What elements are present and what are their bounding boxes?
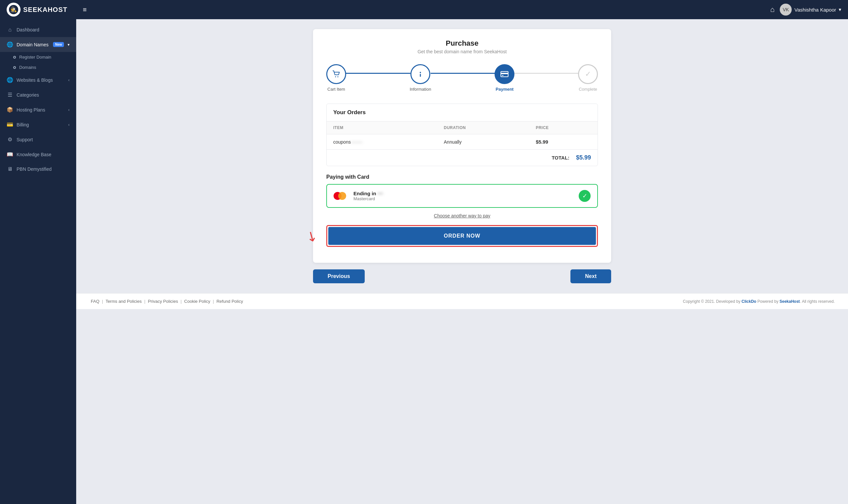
sidebar-sub-domain-names: Register Domain Domains [0,52,76,72]
dot-icon [13,56,16,58]
sidebar-item-hosting-plans[interactable]: 📦 Hosting Plans ‹ [0,102,76,117]
choose-another-link[interactable]: Choose another way to pay [326,213,598,218]
sidebar-item-websites-blogs[interactable]: 🌐 Websites & Blogs ‹ [0,72,76,87]
sidebar-item-register-domain[interactable]: Register Domain [13,52,76,62]
previous-button[interactable]: Previous [313,269,365,283]
categories-icon: ☰ [6,92,13,98]
sidebar-item-pbn-demystified[interactable]: 🖥 PBN Demystified [0,162,76,176]
card-details: Ending in ···· Mastercard [353,191,573,201]
footer-cookie-link[interactable]: Cookie Policy [184,299,210,304]
sidebar-item-label: Domains [19,65,36,70]
order-now-container: ↘ ORDER NOW [326,225,598,247]
footer-sep: | [102,299,104,304]
step-cart-circle [326,64,346,84]
sidebar: ⌂ Dashboard 🌐 Domain Names New ▾ Registe… [0,19,76,504]
svg-rect-7 [501,73,508,74]
topbar-right: ⌂ VK Vashishtha Kapoor ▾ [770,4,842,16]
purchase-card: Purchase Get the best domain name from S… [313,29,611,263]
ending-label: Ending in [353,191,378,196]
order-item: coupons········· [327,134,437,149]
svg-text:🕵: 🕵 [10,6,17,13]
step-line-3 [514,73,579,74]
total-cell: TOTAL: $5.99 [327,149,598,166]
orders-title: Your Orders [327,104,598,122]
websites-icon: 🌐 [6,77,13,83]
user-menu[interactable]: VK Vashishtha Kapoor ▾ [780,4,842,16]
sidebar-item-label: Support [17,137,33,142]
sidebar-item-categories[interactable]: ☰ Categories [0,87,76,102]
card-type: Mastercard [353,196,573,201]
total-value: $5.99 [576,154,591,161]
menu-icon[interactable]: ≡ [83,6,87,14]
step-complete: ✓ Complete [578,64,598,92]
footer-sep: | [213,299,215,304]
col-price: PRICE [529,122,598,134]
topbar: 🕵 SEEKAHOST ≡ ⌂ VK Vashishtha Kapoor ▾ [0,0,848,19]
chevron-icon: ▾ [68,42,70,47]
step-line-2 [431,73,496,74]
order-now-button[interactable]: ORDER NOW [328,227,596,245]
domain-names-icon: 🌐 [6,41,13,48]
sidebar-item-label: Categories [17,92,39,97]
step-payment-label: Payment [496,87,514,92]
svg-point-2 [335,76,336,77]
logo: 🕵 SEEKAHOST [6,3,80,17]
hosting-icon: 📦 [6,107,13,113]
chevron-icon: ‹ [68,78,70,83]
nav-buttons: Previous Next [313,269,611,283]
new-badge: New [53,42,64,47]
order-item-blurred: ········· [351,139,362,145]
col-item: ITEM [327,122,437,134]
footer-privacy-link[interactable]: Privacy Policies [148,299,178,304]
svg-rect-5 [420,74,421,77]
total-label: TOTAL: [552,155,569,161]
avatar: VK [780,4,792,16]
logo-text: SEEKAHOST [23,6,67,14]
card-number-blurred: ···· [378,191,383,196]
step-complete-label: Complete [579,87,597,92]
sidebar-item-label: PBN Demystified [17,166,52,172]
sidebar-item-label: Dashboard [17,27,39,32]
step-cart-label: Cart Item [327,87,345,92]
sidebar-item-label: Websites & Blogs [17,77,53,83]
home-icon[interactable]: ⌂ [770,5,775,14]
sidebar-item-billing[interactable]: 💳 Billing ‹ [0,117,76,132]
footer-faq-link[interactable]: FAQ [91,299,99,304]
page-subtitle: Get the best domain name from SeekaHost [326,49,598,54]
red-arrow-annotation: ↘ [304,227,321,246]
footer-copyright: Copyright © 2021. Developed by ClickDo P… [683,299,835,304]
sidebar-item-knowledge-base[interactable]: 📖 Knowledge Base [0,147,76,162]
mastercard-icon [333,191,348,201]
orders-section: Your Orders ITEM DURATION PRICE coupons·… [326,104,598,166]
dot-icon [13,66,16,69]
card-option[interactable]: Ending in ···· Mastercard ✓ [326,184,598,208]
main-content: Purchase Get the best domain name from S… [76,19,848,504]
sidebar-item-label: Domain Names [17,42,48,47]
sidebar-item-support[interactable]: ⚙ Support [0,132,76,147]
footer-refund-link[interactable]: Refund Policy [216,299,243,304]
svg-rect-8 [502,75,503,76]
step-info: Information [410,64,431,92]
step-payment-circle [495,64,515,84]
layout: ⌂ Dashboard 🌐 Domain Names New ▾ Registe… [0,19,848,504]
svg-point-3 [338,76,339,77]
sidebar-item-domain-names[interactable]: 🌐 Domain Names New ▾ [0,37,76,52]
paying-label: Paying with Card [326,174,598,180]
sidebar-item-label: Register Domain [19,55,51,59]
step-info-label: Information [410,87,431,92]
footer: FAQ | Terms and Policies | Privacy Polic… [76,293,848,309]
svg-point-4 [420,72,421,73]
mc-circle-orange [338,192,346,200]
table-row: coupons········· Annually $5.99 [327,134,598,149]
logo-icon: 🕵 [6,3,20,17]
sidebar-item-dashboard[interactable]: ⌂ Dashboard [0,22,76,37]
total-row: TOTAL: $5.99 [327,149,598,166]
step-payment: Payment [495,64,515,92]
page-title: Purchase [326,39,598,48]
next-button[interactable]: Next [570,269,611,283]
footer-terms-link[interactable]: Terms and Policies [106,299,142,304]
order-price: $5.99 [529,134,598,149]
pbn-icon: 🖥 [6,166,13,172]
sidebar-item-domains[interactable]: Domains [13,62,76,72]
check-icon: ✓ [579,190,591,202]
